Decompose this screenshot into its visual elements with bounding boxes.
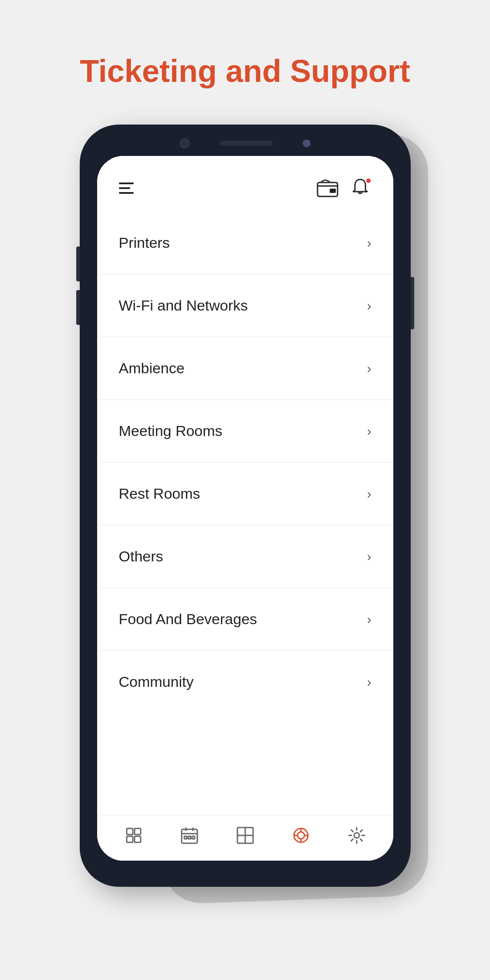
menu-item-chevron-rest-rooms: › [367, 487, 372, 501]
nav-settings[interactable] [347, 826, 366, 845]
menu-item-chevron-ambience: › [367, 361, 372, 376]
menu-item-ambience[interactable]: Ambience › [97, 337, 393, 400]
svg-point-15 [354, 833, 359, 838]
app-header [97, 156, 393, 207]
menu-item-label-others: Others [119, 548, 163, 565]
phone-frame: Printers › Wi-Fi and Networks › Ambience… [80, 125, 411, 887]
volume-down-button [76, 290, 80, 325]
menu-item-label-ambience: Ambience [119, 360, 185, 377]
notification-button[interactable] [351, 178, 372, 199]
bottom-navigation [97, 815, 393, 861]
menu-item-label-food-beverages: Food And Beverages [119, 611, 257, 628]
nav-home[interactable] [124, 826, 143, 845]
menu-item-label-printers: Printers [119, 234, 170, 251]
power-button [411, 277, 414, 329]
proximity-sensor [303, 139, 311, 147]
nav-grid[interactable] [236, 826, 255, 845]
wallet-button[interactable] [317, 179, 338, 197]
speaker-grill [220, 141, 272, 146]
page-title: Ticketing and Support [54, 52, 436, 90]
nav-calendar[interactable] [180, 826, 199, 845]
menu-item-chevron-community: › [367, 675, 372, 689]
menu-item-chevron-food-beverages: › [367, 612, 372, 627]
menu-item-chevron-printers: › [367, 236, 372, 250]
svg-rect-7 [184, 836, 187, 839]
menu-item-label-community: Community [119, 673, 194, 690]
menu-item-chevron-meeting-rooms: › [367, 424, 372, 439]
svg-rect-1 [330, 189, 336, 193]
menu-item-community[interactable]: Community › [97, 651, 393, 713]
svg-rect-8 [188, 836, 191, 839]
menu-item-others[interactable]: Others › [97, 525, 393, 588]
menu-item-meeting-rooms[interactable]: Meeting Rooms › [97, 400, 393, 463]
header-right-icons [317, 178, 372, 199]
menu-item-printers[interactable]: Printers › [97, 212, 393, 274]
svg-rect-2 [127, 828, 133, 835]
svg-rect-4 [127, 836, 133, 842]
menu-item-label-rest-rooms: Rest Rooms [119, 485, 200, 502]
menu-item-food-beverages[interactable]: Food And Beverages › [97, 588, 393, 651]
menu-item-wifi-networks[interactable]: Wi-Fi and Networks › [97, 274, 393, 337]
svg-rect-9 [192, 836, 195, 839]
svg-rect-3 [135, 828, 141, 835]
front-camera [180, 139, 189, 148]
category-menu-list: Printers › Wi-Fi and Networks › Ambience… [97, 207, 393, 815]
notification-badge [365, 178, 372, 184]
nav-support[interactable] [291, 826, 311, 845]
volume-up-button [76, 247, 80, 281]
svg-point-14 [297, 832, 304, 839]
menu-item-label-meeting-rooms: Meeting Rooms [119, 422, 223, 439]
menu-item-rest-rooms[interactable]: Rest Rooms › [97, 463, 393, 525]
hamburger-menu-button[interactable] [119, 182, 134, 194]
menu-item-label-wifi-networks: Wi-Fi and Networks [119, 297, 248, 314]
svg-rect-5 [135, 836, 141, 842]
menu-item-chevron-others: › [367, 549, 372, 564]
phone-notch [162, 137, 328, 150]
phone-screen: Printers › Wi-Fi and Networks › Ambience… [97, 156, 393, 861]
menu-item-chevron-wifi-networks: › [367, 298, 372, 313]
